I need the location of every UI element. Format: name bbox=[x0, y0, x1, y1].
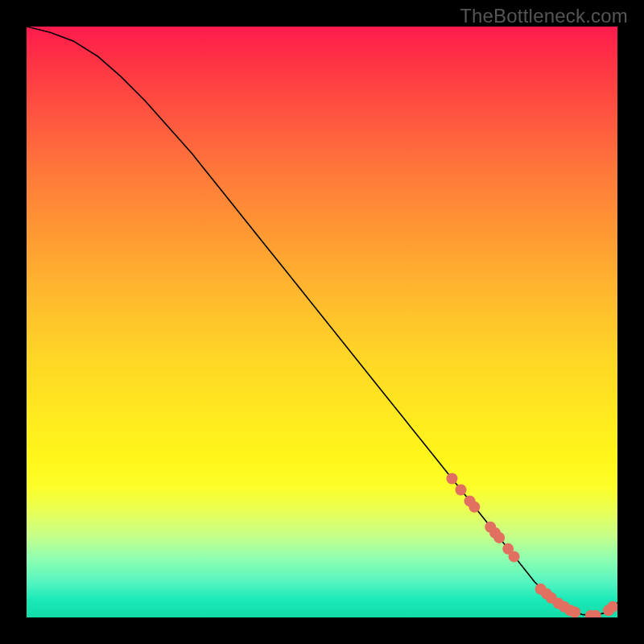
data-marker bbox=[493, 532, 505, 543]
data-marker bbox=[469, 502, 480, 513]
chart-plot-area bbox=[27, 27, 617, 617]
data-marker bbox=[455, 484, 466, 495]
data-marker bbox=[446, 473, 457, 485]
watermark-text: TheBottleneck.com bbox=[460, 5, 628, 27]
curve-line bbox=[27, 27, 617, 616]
data-marker bbox=[509, 551, 520, 562]
chart-svg bbox=[27, 27, 617, 617]
data-marker bbox=[569, 606, 580, 617]
